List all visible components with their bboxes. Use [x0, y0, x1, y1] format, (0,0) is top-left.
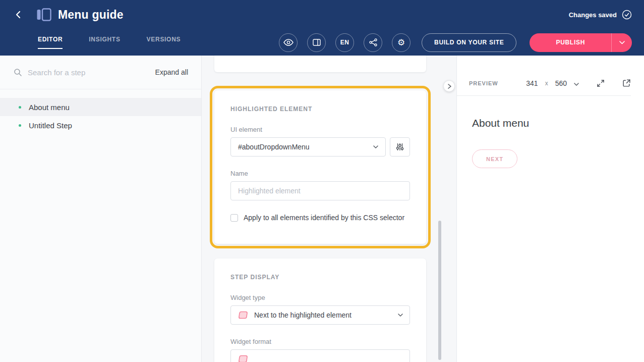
preview-label: PREVIEW — [469, 80, 498, 86]
external-link-icon — [622, 79, 631, 87]
highlighted-element-section-title: HIGHLIGHTED ELEMENT — [230, 106, 410, 113]
chevron-right-icon — [447, 84, 452, 89]
app-logo-icon — [36, 8, 51, 21]
step-editor-pane: HIGHLIGHTED ELEMENT UI element #aboutDro… — [202, 56, 456, 362]
language-label: EN — [340, 39, 349, 46]
step-search-input[interactable] — [28, 68, 149, 77]
step-bullet-icon — [19, 106, 21, 109]
tab-insights[interactable]: INSIGHTS — [89, 36, 120, 49]
step-label: About menu — [29, 103, 70, 112]
settings-button[interactable]: ⚙ — [392, 33, 411, 52]
step-search-row: Expand all — [0, 56, 201, 89]
header-row-tabs: EDITOR INSIGHTS VERSIONS EN ⚙ BUILD ON Y… — [0, 29, 644, 56]
step-list: About menu Untitled Step — [0, 89, 201, 134]
language-button[interactable]: EN — [335, 33, 354, 52]
highlighted-section-ring: HIGHLIGHTED ELEMENT UI element #aboutDro… — [210, 86, 431, 248]
layout-panel-button[interactable] — [307, 33, 326, 52]
chevron-left-icon — [14, 10, 23, 19]
gear-icon: ⚙ — [397, 38, 405, 47]
publish-dropdown-button[interactable] — [611, 33, 632, 52]
expand-arrows-icon — [596, 79, 605, 88]
search-icon — [14, 68, 22, 76]
step-item-about-menu[interactable]: About menu — [0, 98, 201, 116]
preview-height-value: 560 — [555, 79, 567, 87]
widget-type-select[interactable]: Next to the highlighted element — [230, 305, 410, 325]
step-label: Untitled Step — [29, 121, 72, 130]
element-picker-button[interactable] — [390, 137, 410, 157]
guide-title: Menu guide — [58, 8, 124, 22]
chevron-down-icon — [619, 41, 625, 44]
sliders-icon — [396, 143, 404, 151]
chevron-down-icon — [373, 145, 378, 148]
tab-editor[interactable]: EDITOR — [38, 36, 63, 49]
check-circle-icon — [622, 10, 632, 20]
element-name-input[interactable] — [230, 181, 410, 200]
previous-settings-card — [214, 56, 426, 72]
widget-type-label: Widget type — [230, 294, 410, 301]
chevron-down-icon — [398, 314, 403, 317]
preview-next-button[interactable]: NEXT — [472, 149, 517, 168]
tab-versions[interactable]: VERSIONS — [147, 36, 181, 49]
tooltip-widget-icon — [238, 355, 248, 362]
ui-element-select[interactable]: #aboutDropdownMenu — [230, 137, 386, 157]
top-header: Menu guide Changes saved EDITOR INSIGHTS… — [0, 0, 644, 56]
preview-open-button[interactable] — [622, 79, 631, 87]
step-display-section-title: STEP DISPLAY — [230, 274, 410, 281]
ui-element-row: #aboutDropdownMenu — [230, 137, 410, 157]
preview-size-select[interactable]: 341 x 560 — [526, 79, 579, 87]
ui-element-label: UI element — [230, 126, 410, 133]
back-button[interactable] — [12, 8, 25, 21]
apply-all-checkbox[interactable] — [230, 214, 238, 222]
step-bullet-icon — [19, 124, 21, 127]
step-display-card: STEP DISPLAY Widget type Next to the hig… — [214, 258, 426, 362]
publish-button[interactable]: PUBLISH — [530, 33, 611, 52]
step-item-untitled[interactable]: Untitled Step — [0, 116, 201, 134]
expand-all-link[interactable]: Expand all — [155, 68, 188, 76]
preview-width-value: 341 — [526, 79, 538, 87]
preview-step-title: About menu — [472, 117, 644, 129]
build-on-site-button[interactable]: BUILD ON YOUR SITE — [422, 33, 516, 52]
widget-type-value: Next to the highlighted element — [254, 311, 352, 319]
app-body: Expand all About menu Untitled Step HIGH… — [0, 56, 644, 362]
editor-scrollbar[interactable] — [438, 221, 441, 360]
layout-panel-icon — [313, 39, 321, 46]
changes-saved-status: Changes saved — [569, 11, 617, 19]
preview-header: PREVIEW 341 x 560 — [457, 71, 631, 96]
apply-all-label: Apply to all elements identified by this… — [244, 214, 404, 222]
preview-expand-button[interactable] — [596, 79, 605, 88]
header-row-main: Menu guide Changes saved — [0, 0, 644, 29]
widget-format-label: Widget format — [230, 338, 410, 345]
highlighted-element-card: HIGHLIGHTED ELEMENT UI element #aboutDro… — [214, 90, 426, 244]
share-icon — [369, 38, 377, 46]
collapse-preview-button[interactable] — [443, 80, 455, 92]
element-name-label: Name — [230, 170, 410, 177]
steps-sidebar: Expand all About menu Untitled Step — [0, 56, 202, 362]
app-window: Menu guide Changes saved EDITOR INSIGHTS… — [0, 0, 644, 362]
tooltip-widget-icon — [238, 311, 248, 320]
preview-panel: PREVIEW 341 x 560 About menu — [456, 56, 644, 362]
preview-eye-button[interactable] — [279, 33, 298, 52]
ui-element-value: #aboutDropdownMenu — [238, 143, 310, 151]
size-separator: x — [545, 80, 548, 87]
apply-all-row: Apply to all elements identified by this… — [230, 214, 410, 222]
share-button[interactable] — [364, 33, 382, 52]
eye-icon — [283, 39, 294, 46]
preview-body: About menu NEXT — [457, 96, 644, 168]
widget-format-select[interactable] — [230, 349, 410, 362]
chevron-down-icon — [574, 79, 579, 87]
publish-button-group: PUBLISH — [530, 33, 632, 52]
